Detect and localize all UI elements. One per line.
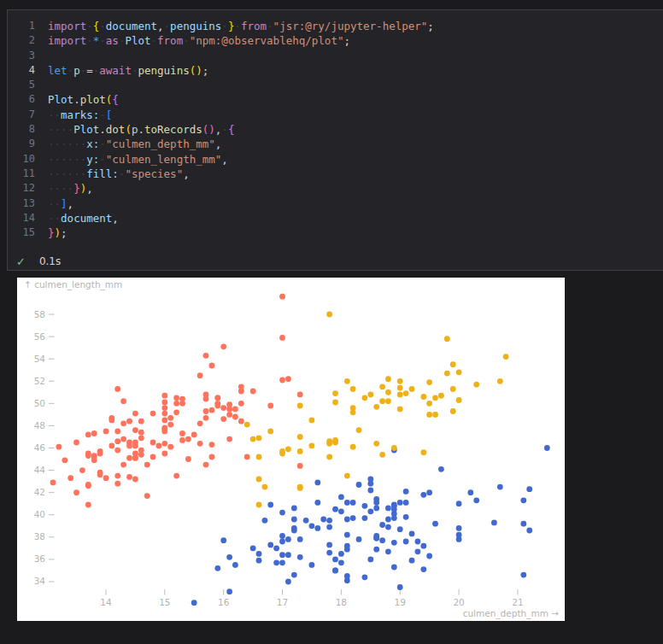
data-point-gentoo (203, 415, 209, 421)
line-number: 6 (8, 92, 35, 107)
data-point-gentoo (138, 430, 144, 436)
data-point-adelie (426, 553, 432, 559)
y-tick-label: 46 (34, 442, 46, 453)
data-point-adelie (391, 515, 397, 521)
data-point-gentoo (173, 409, 179, 415)
data-point-adelie (526, 528, 532, 534)
data-point-adelie (491, 520, 497, 526)
data-point-chinstrap (473, 382, 479, 388)
data-point-chinstrap (309, 418, 315, 424)
data-point-adelie (314, 525, 320, 531)
line-number: 3 (8, 49, 35, 63)
data-point-gentoo (238, 383, 244, 389)
data-point-adelie (285, 579, 291, 585)
code-line[interactable]: 8····Plot.dot(p.toRecords(),·{ (8, 122, 663, 137)
data-point-adelie (385, 548, 391, 554)
y-tick-label: 50 (34, 398, 45, 408)
data-point-adelie (526, 486, 532, 492)
data-point-adelie (326, 524, 332, 530)
code-line[interactable]: 14··document, (8, 211, 663, 225)
notebook-code-cell[interactable]: 1import·{·document,·penguins·}·from·"jsr… (7, 9, 663, 271)
data-point-chinstrap (403, 390, 409, 396)
data-point-gentoo (185, 456, 191, 462)
data-point-chinstrap (503, 354, 509, 360)
x-axis-label: culmen_depth_mm → (463, 608, 560, 619)
code-line-content: ····Plot.dot(p.toRecords(),·{ (48, 122, 234, 137)
code-line-content: }); (48, 225, 67, 240)
data-point-adelie (220, 537, 226, 543)
data-point-adelie (438, 466, 444, 472)
data-point-chinstrap (267, 429, 273, 435)
data-point-gentoo (238, 401, 244, 407)
data-point-gentoo (226, 401, 232, 407)
data-point-adelie (332, 568, 338, 574)
line-number: 8 (8, 122, 35, 137)
data-point-chinstrap (385, 389, 391, 395)
data-point-gentoo (91, 430, 97, 436)
data-point-chinstrap (444, 336, 450, 342)
data-point-chinstrap (438, 393, 444, 399)
data-point-gentoo (203, 408, 209, 414)
data-point-adelie (344, 532, 350, 538)
code-line[interactable]: 6Plot.plot({ (8, 92, 663, 107)
notebook-page: { "colors": { "kw": "#C586C0", "decl": "… (0, 0, 663, 644)
data-point-chinstrap (450, 361, 456, 367)
code-line[interactable]: 10······y:·"culmen_length_mm", (8, 152, 663, 167)
code-line[interactable]: 7··marks:·[ (8, 108, 663, 122)
line-number: 11 (8, 167, 35, 181)
data-point-chinstrap (397, 378, 403, 384)
data-point-adelie (391, 565, 397, 571)
data-point-gentoo (203, 462, 209, 468)
data-point-adelie (391, 503, 397, 509)
data-point-gentoo (161, 418, 167, 424)
data-point-gentoo (85, 502, 91, 508)
data-point-gentoo (138, 435, 144, 441)
data-point-adelie (367, 477, 373, 483)
data-point-adelie (285, 552, 291, 558)
data-point-adelie (279, 559, 285, 565)
code-line[interactable]: 11······fill:·"species", (8, 167, 663, 181)
data-point-chinstrap (326, 312, 332, 318)
data-point-adelie (320, 517, 326, 523)
data-point-adelie (297, 536, 303, 542)
data-point-chinstrap (256, 454, 262, 460)
data-point-gentoo (73, 489, 79, 495)
data-point-gentoo (173, 473, 179, 479)
x-tick-label: 17 (277, 597, 288, 607)
data-point-gentoo (126, 443, 132, 449)
code-line[interactable]: 1import·{·document,·penguins·}·from·"jsr… (8, 19, 663, 33)
data-point-gentoo (156, 443, 162, 449)
data-point-adelie (373, 506, 379, 512)
code-line[interactable]: 5 (8, 78, 663, 92)
code-line[interactable]: 9······x:·"culmen_depth_mm", (8, 137, 663, 151)
data-point-gentoo (197, 441, 203, 447)
code-line[interactable]: 15}); (8, 225, 663, 240)
data-point-gentoo (161, 429, 167, 435)
code-line[interactable]: 4let·p·=·await·penguins(); (8, 63, 663, 78)
code-line-content: let·p·=·await·penguins(); (48, 63, 208, 78)
x-tick-label: 21 (512, 597, 523, 607)
data-point-adelie (420, 492, 426, 498)
code-line[interactable]: 2import·*·as·Plot·from·"npm:@observableh… (8, 33, 663, 48)
data-point-chinstrap (350, 405, 356, 411)
data-point-chinstrap (397, 392, 403, 398)
line-number: 14 (8, 211, 35, 225)
data-point-adelie (544, 445, 550, 451)
code-line[interactable]: 12····}), (8, 181, 663, 196)
code-line-content: ······y:·"culmen_length_mm", (48, 152, 228, 167)
data-point-chinstrap (297, 434, 303, 440)
data-point-gentoo (103, 429, 109, 435)
data-point-adelie (297, 554, 303, 560)
code-editor[interactable]: 1import·{·document,·penguins·}·from·"jsr… (8, 19, 663, 240)
code-line[interactable]: 13··], (8, 196, 663, 211)
data-point-chinstrap (350, 444, 356, 450)
data-point-gentoo (109, 418, 114, 424)
data-point-gentoo (209, 363, 215, 369)
data-point-gentoo (161, 393, 167, 399)
data-point-gentoo (238, 419, 244, 424)
code-line[interactable]: 3 (8, 49, 663, 63)
data-point-chinstrap (444, 371, 450, 377)
data-point-adelie (291, 517, 297, 523)
data-point-adelie (373, 500, 379, 506)
data-point-gentoo (179, 396, 185, 402)
